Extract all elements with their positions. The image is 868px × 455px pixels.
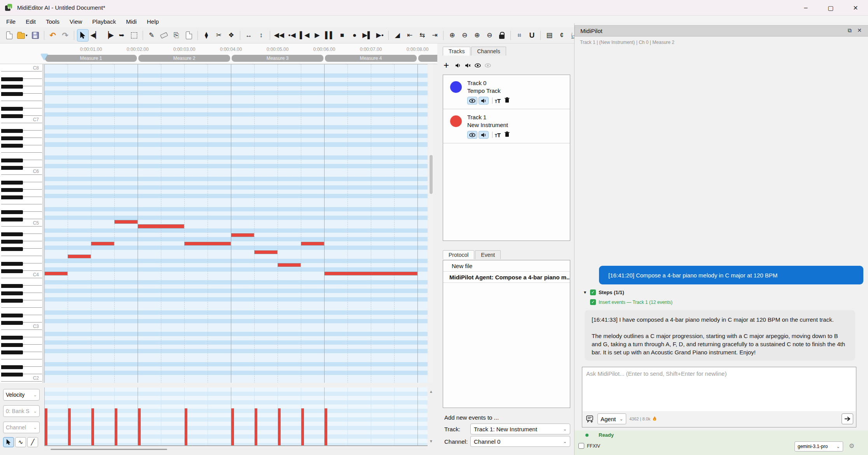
menu-view[interactable]: View [66,17,86,26]
close-panel-icon[interactable]: ✕ [857,27,862,33]
tracks-tab-channels[interactable]: Channels [471,47,506,56]
move-notes-tool-button[interactable]: ➥ [116,29,127,42]
black-key[interactable] [1,336,23,340]
skip-to-start-button[interactable]: ◀◀ [273,29,285,42]
black-key[interactable] [1,247,23,251]
black-key[interactable] [1,188,23,192]
channel-select-dropdown[interactable]: Channel 0⌄ [470,436,570,447]
stop-button[interactable]: ■ [336,29,348,42]
black-key[interactable] [1,299,23,303]
track-visible-toggle[interactable] [467,97,477,105]
step-back-button[interactable]: ▌◀ [299,29,311,42]
box-select-tool-button[interactable] [128,29,140,42]
float-panel-icon[interactable]: ⧉ [848,27,852,34]
mute-all-tracks-button[interactable] [465,63,471,68]
maximize-button[interactable]: ▢ [818,0,843,16]
hide-all-tracks-button[interactable] [485,63,491,68]
lock-screen-button[interactable] [496,29,508,42]
black-key[interactable] [1,159,23,162]
black-key[interactable] [1,291,23,295]
menu-help[interactable]: Help [143,17,163,26]
rename-track-button[interactable]: TT [495,132,501,138]
black-key[interactable] [1,107,23,111]
send-button[interactable] [842,413,853,424]
black-key[interactable] [1,321,23,325]
velocity-bar-G4[interactable] [301,408,304,445]
step-forward-button[interactable]: ▶▌ [361,29,373,42]
velocity-bar-G4[interactable] [185,408,187,445]
chat-input-box[interactable]: Ask MidiPilot... (Enter to send, Shift+E… [582,367,856,427]
black-key[interactable] [1,166,23,170]
open-file-button[interactable]: ▾ [16,29,29,42]
record-button[interactable]: ● [349,29,360,42]
midipilot-dock-header[interactable]: MidiPilot ⧉ ✕ [575,25,868,37]
delete-track-button[interactable] [505,97,510,105]
black-key[interactable] [1,181,23,185]
select-left-button[interactable]: ◀▏ [89,29,102,42]
black-key[interactable] [1,114,23,118]
black-key[interactable] [1,343,23,347]
menu-tools[interactable]: Tools [42,17,63,26]
black-key[interactable] [1,77,23,81]
move-selection-button[interactable]: ❖ [225,29,237,42]
black-key[interactable] [1,269,23,273]
undo-button[interactable]: ↶ [47,29,59,42]
black-key[interactable] [1,144,23,148]
steps-header[interactable]: ▼ ✓ Steps (1/1) [583,289,624,295]
align-left-button[interactable]: ⇤ [404,29,416,42]
save-button[interactable] [30,29,41,42]
piano-keyboard[interactable]: C8C7C6C5C4C3C2 [0,64,43,383]
next-marker-button[interactable]: ▶• [374,29,386,42]
chat-mode-dropdown[interactable]: Agent⌄ [597,413,626,424]
menu-playback[interactable]: Playback [88,17,120,26]
play-button[interactable]: ▶ [311,29,323,42]
zoom-hor-in-button[interactable]: ⊕ [471,29,483,42]
delete-track-button[interactable] [505,131,510,139]
gear-icon[interactable]: ⚙ [849,442,854,450]
close-button[interactable]: ✕ [843,0,868,16]
midi-note-G4[interactable] [91,242,114,246]
protocol-list[interactable]: New fileMidiPilot Agent: Compose a 4-bar… [443,260,570,408]
ffxiv-checkbox[interactable] [578,443,584,449]
protocol-tab-event[interactable]: Event [475,250,501,259]
menu-file[interactable]: File [2,17,19,26]
protocol-item[interactable]: New file [443,260,570,272]
black-key[interactable] [1,136,23,140]
black-key[interactable] [1,232,23,236]
scissors-tool-button[interactable]: ✂ [213,29,225,42]
all-tracks-audible-button[interactable] [455,63,461,68]
show-all-tracks-button[interactable] [475,63,481,68]
track-select-dropdown[interactable]: Track 1: New Instrument⌄ [470,424,570,434]
track-list[interactable]: Track 0Tempo TrackTTTrack 1New Instrumen… [443,75,570,241]
velocity-bar-C4[interactable] [325,408,327,445]
velocity-bar-G4[interactable] [91,408,94,445]
black-key[interactable] [1,284,23,288]
metronome-button[interactable]: ◢ [391,29,403,42]
track-row[interactable]: Track 1New InstrumentTT [443,109,570,143]
select-tool-button[interactable] [77,29,89,42]
black-key[interactable] [1,195,23,199]
vertical-scrollbar[interactable] [429,64,433,383]
velocity-bar-C4[interactable] [45,408,47,445]
midi-note-C4[interactable] [44,272,68,275]
track-audible-toggle[interactable] [479,131,489,139]
eraser-tool-button[interactable] [158,29,170,42]
white-key[interactable]: C8 [1,65,42,71]
black-key[interactable] [1,92,23,96]
menu-edit[interactable]: Edit [22,17,40,26]
timeline[interactable]: 0:00:01.000:00:02.000:00:03.000:00:04.00… [0,44,437,64]
model-dropdown[interactable]: gemini-3.1-pro⌄ [795,441,843,452]
piano-roll-grid[interactable] [44,64,428,383]
stretch-horizontal-button[interactable]: ↔ [243,29,255,42]
zoom-hor-out-button[interactable]: ⊖ [484,29,495,42]
midi-note-C4[interactable] [324,272,417,275]
black-key[interactable] [1,373,23,377]
piano-emulation-button[interactable]: ▤ [543,29,555,42]
magnet-button[interactable]: U [526,29,538,42]
velocity-bar-A4[interactable] [231,408,234,445]
redo-button[interactable]: ↷ [59,29,71,42]
velocity-line-tool-button[interactable]: ╱ [27,437,38,447]
black-key[interactable] [1,85,23,89]
black-key[interactable] [1,365,23,369]
minimize-button[interactable]: – [793,0,818,16]
